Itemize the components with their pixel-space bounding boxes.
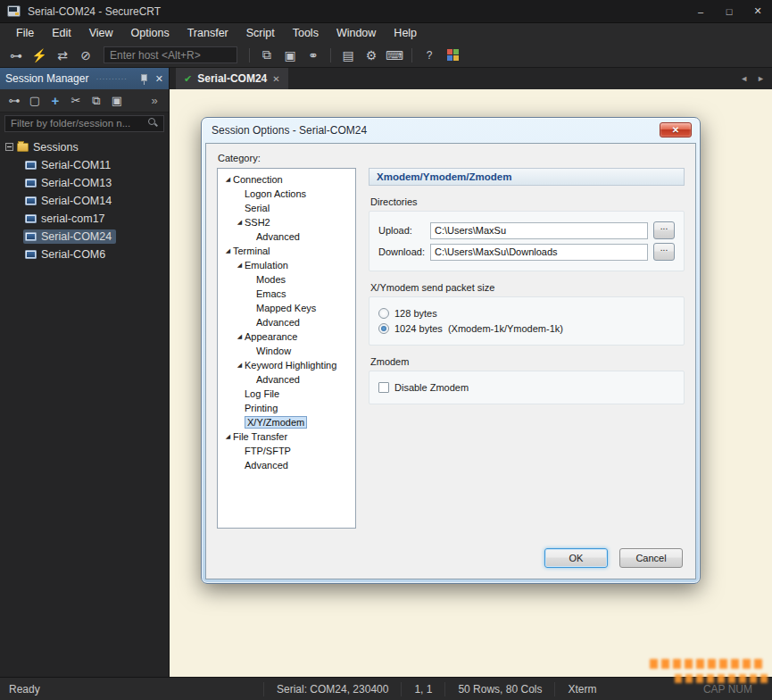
menu-item-file[interactable]: File: [7, 23, 43, 43]
ok-button[interactable]: OK: [544, 548, 608, 568]
script-grid-icon[interactable]: [442, 46, 463, 65]
disable-zmodem-checkbox[interactable]: Disable Zmodem: [378, 382, 675, 393]
pin-icon[interactable]: [139, 73, 148, 85]
category-item-terminal[interactable]: ◢Terminal: [220, 244, 353, 258]
download-path-input[interactable]: [430, 244, 648, 261]
dialog-close-icon[interactable]: ✕: [660, 122, 692, 138]
category-item-connection[interactable]: ◢Connection: [220, 172, 353, 187]
print-icon[interactable]: ▤: [337, 46, 359, 65]
quick-connect-icon[interactable]: ⚡: [29, 46, 50, 65]
category-item-label: Window: [256, 346, 291, 356]
category-item-window[interactable]: Window: [220, 344, 353, 358]
menu-item-script[interactable]: Script: [237, 23, 284, 43]
menu-item-tools[interactable]: Tools: [284, 23, 328, 43]
menu-item-help[interactable]: Help: [385, 23, 426, 43]
session-filter-input[interactable]: [4, 115, 164, 132]
category-item-logon-actions[interactable]: Logon Actions: [220, 187, 353, 201]
category-item-ftp-sftp[interactable]: FTP/SFTP: [220, 444, 353, 458]
panel-close-icon[interactable]: ✕: [155, 73, 163, 85]
dialog-titlebar[interactable]: Session Options - Serial-COM24 ✕: [202, 118, 700, 143]
disable-zmodem-label: Disable Zmodem: [394, 382, 469, 393]
category-item-label: Advanced: [256, 374, 300, 385]
menu-item-view[interactable]: View: [80, 23, 122, 43]
session-item-label: Serial-COM24: [41, 230, 112, 243]
session-item-label: Serial-COM6: [41, 248, 105, 261]
terminal-area[interactable]: Session Options - Serial-COM24 ✕ Categor…: [170, 89, 772, 677]
session-item-serial-com24[interactable]: Serial-COM24: [0, 228, 169, 246]
session-item-serial-com17[interactable]: serial-com17: [0, 210, 169, 228]
tree-expand-icon: ◢: [223, 176, 233, 183]
keymap-icon[interactable]: ⌨: [384, 46, 405, 65]
category-item-emulation[interactable]: ◢Emulation: [220, 258, 353, 272]
upload-path-input[interactable]: [430, 222, 648, 239]
overflow-chevron-icon[interactable]: »: [145, 92, 163, 110]
copy-icon[interactable]: ⧉: [256, 46, 278, 65]
category-item-mapped-keys[interactable]: Mapped Keys: [220, 301, 353, 315]
session-item-serial-com6[interactable]: Serial-COM6: [0, 246, 169, 263]
session-options-dialog: Session Options - Serial-COM24 ✕ Categor…: [201, 117, 701, 584]
category-item-advanced[interactable]: Advanced: [220, 315, 353, 329]
tab-close-icon[interactable]: ✕: [272, 74, 279, 84]
cancel-button[interactable]: Cancel: [619, 548, 683, 568]
paste-icon[interactable]: ▣: [279, 46, 301, 65]
session-item-serial-com11[interactable]: Serial-COM11: [0, 156, 169, 174]
find-icon[interactable]: ⚭: [303, 46, 324, 65]
copy-session-icon[interactable]: ⧉: [87, 92, 105, 110]
connect-icon[interactable]: ⊶: [5, 46, 27, 65]
category-item-serial[interactable]: Serial: [220, 201, 353, 215]
dialog-body: Category: ◢ConnectionLogon ActionsSerial…: [205, 143, 696, 579]
category-item-advanced[interactable]: Advanced: [220, 458, 353, 472]
host-input[interactable]: [104, 46, 237, 63]
connect-session-icon[interactable]: ⊶: [5, 92, 23, 110]
category-item-file-transfer[interactable]: ◢File Transfer: [220, 429, 353, 444]
folder-icon: [17, 143, 29, 152]
menu-item-edit[interactable]: Edit: [43, 23, 80, 43]
menu-item-transfer[interactable]: Transfer: [178, 23, 237, 43]
category-item-advanced[interactable]: Advanced: [220, 229, 353, 244]
tree-expand-icon: ◢: [235, 333, 245, 340]
session-item-content: Serial-COM13: [23, 176, 116, 190]
panel-header: Xmodem/Ymodem/Zmodem: [369, 168, 685, 186]
disconnect-icon[interactable]: ⊘: [75, 46, 96, 65]
session-manager-header[interactable]: Session Manager ∙∙∙∙∙∙∙∙∙∙ ✕: [0, 68, 169, 89]
category-item-printing[interactable]: Printing: [220, 401, 353, 415]
upload-browse-button[interactable]: ...: [653, 221, 675, 239]
category-item-label: Advanced: [256, 231, 300, 242]
session-icon: [25, 161, 37, 170]
session-item-serial-com13[interactable]: Serial-COM13: [0, 174, 169, 192]
category-item-label: Advanced: [256, 317, 300, 328]
radio-128-bytes[interactable]: 128 bytes: [378, 308, 675, 319]
radio-1024-bytes[interactable]: 1024 bytes (Xmodem-1k/Ymodem-1k): [378, 323, 675, 334]
open-in-tab-icon[interactable]: ▢: [26, 92, 44, 110]
tab-back-icon[interactable]: ◄: [740, 74, 748, 83]
menubar: FileEditViewOptionsTransferScriptToolsWi…: [0, 23, 772, 43]
tab-forward-icon[interactable]: ►: [757, 74, 765, 83]
category-item-keyword-highlighting[interactable]: ◢Keyword Highlighting: [220, 358, 353, 372]
category-tree: ◢ConnectionLogon ActionsSerial◢SSH2Advan…: [217, 168, 356, 529]
menu-item-window[interactable]: Window: [328, 23, 385, 43]
category-item-label: Serial: [245, 203, 270, 213]
category-item-advanced[interactable]: Advanced: [220, 372, 353, 387]
category-item-modes[interactable]: Modes: [220, 272, 353, 287]
paste-session-icon[interactable]: ▣: [108, 92, 126, 110]
category-item-emacs[interactable]: Emacs: [220, 287, 353, 301]
cut-icon[interactable]: ✂: [67, 92, 85, 110]
sessions-root-item[interactable]: Sessions: [0, 138, 169, 156]
window-titlebar[interactable]: Serial-COM24 - SecureCRT – □ ✕: [0, 0, 772, 23]
category-item-appearance[interactable]: ◢Appearance: [220, 329, 353, 344]
category-item-ssh2[interactable]: ◢SSH2: [220, 215, 353, 229]
maximize-icon[interactable]: □: [715, 0, 743, 22]
session-options-icon[interactable]: ⚙: [361, 46, 382, 65]
close-icon[interactable]: ✕: [743, 0, 772, 22]
collapse-icon[interactable]: [5, 143, 13, 151]
download-browse-button[interactable]: ...: [653, 243, 675, 261]
category-item-x-y-zmodem[interactable]: X/Y/Zmodem: [220, 415, 353, 429]
tab-serial-com24[interactable]: ✔ Serial-COM24 ✕: [176, 68, 288, 89]
add-session-icon[interactable]: +: [46, 92, 64, 110]
menu-item-options[interactable]: Options: [122, 23, 178, 43]
reconnect-icon[interactable]: ⇄: [52, 46, 73, 65]
help-icon[interactable]: ?: [419, 46, 440, 65]
category-item-log-file[interactable]: Log File: [220, 387, 353, 401]
minimize-icon[interactable]: –: [686, 0, 715, 22]
session-item-serial-com14[interactable]: Serial-COM14: [0, 192, 169, 210]
